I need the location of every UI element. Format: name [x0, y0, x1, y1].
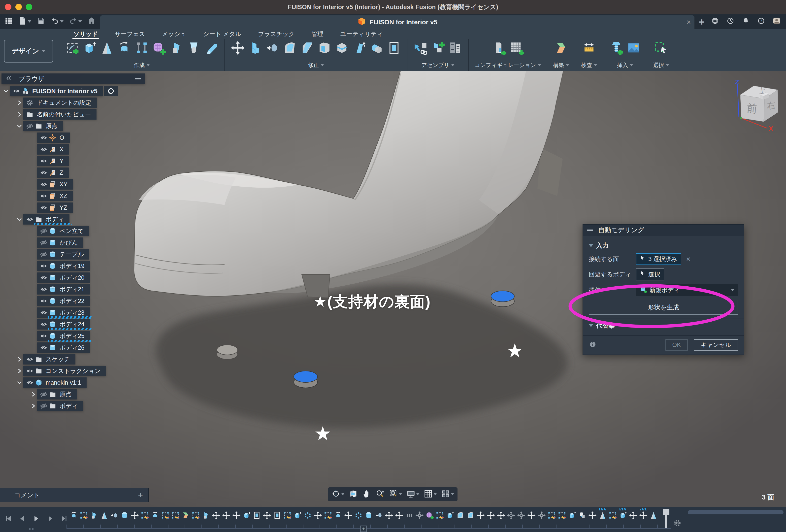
visibility-eye-icon[interactable] [39, 262, 48, 270]
tree-item[interactable]: Z [29, 167, 147, 178]
timeline-feature-move-icon[interactable] [263, 511, 271, 519]
workspace-switcher-button[interactable]: デザイン [4, 40, 53, 63]
globe-button[interactable] [711, 17, 719, 26]
visibility-eye-off-icon[interactable] [39, 239, 48, 247]
visibility-eye-icon[interactable] [39, 274, 48, 281]
avatar-button[interactable] [772, 17, 781, 26]
timeline-feature-move-icon[interactable] [639, 511, 648, 519]
timeline-feature-move-icon[interactable] [314, 511, 322, 519]
ribbon-tab-6[interactable]: 管理 [310, 29, 325, 39]
ribbon-tab-4[interactable]: シート メタル [202, 29, 242, 39]
select-button[interactable] [654, 41, 668, 56]
pb-prev-button[interactable] [18, 515, 26, 524]
pb-last-button[interactable] [60, 515, 68, 524]
pan-button[interactable] [362, 489, 371, 499]
close-window-button[interactable] [5, 4, 11, 10]
tree-item[interactable]: スケッチ [15, 354, 147, 365]
ribbon-group-label[interactable]: 挿入 [617, 62, 633, 69]
timeline-feature-boxframe-icon[interactable] [273, 511, 281, 519]
timeline-feature-sketch-icon[interactable] [141, 511, 149, 519]
timeline-scrollbar[interactable] [688, 510, 784, 514]
draft-button[interactable] [352, 41, 367, 56]
timeline-settings-gear-icon[interactable] [673, 518, 682, 529]
timeline-ruler[interactable] [67, 525, 671, 529]
home-button[interactable] [87, 17, 96, 26]
timeline-feature-sketch-icon[interactable] [324, 511, 332, 519]
viewports-button[interactable] [441, 489, 454, 499]
insert-button[interactable] [413, 41, 428, 56]
look-at-button[interactable] [349, 489, 358, 499]
dialog-header[interactable]: 自動モデリング [583, 225, 744, 236]
ribbon-group-label[interactable]: コンフィギュレーション [475, 62, 541, 69]
visibility-eye-off-icon[interactable] [39, 251, 48, 258]
expand-closed-icon[interactable] [29, 391, 37, 397]
timeline-feature-copy-icon[interactable] [578, 511, 586, 519]
timeline-feature-sketch-icon[interactable] [436, 511, 444, 519]
rail-button[interactable] [135, 41, 149, 56]
tree-item[interactable]: ドキュメントの設定 [15, 97, 147, 108]
visibility-eye-icon[interactable] [39, 146, 48, 153]
help-button[interactable]: ? [757, 17, 765, 26]
cancel-button[interactable]: キャンセル [694, 339, 738, 351]
add-comment-button[interactable]: + [138, 490, 143, 500]
bolt-button[interactable] [609, 41, 624, 56]
clear-selection-icon[interactable]: × [686, 255, 691, 263]
activate-component-radio[interactable] [104, 86, 118, 96]
timeline-feature-sketch-icon[interactable] [171, 511, 180, 519]
ribbon-tab-1[interactable]: ソリッド [72, 29, 99, 39]
timeline-feature-move-icon[interactable] [344, 511, 352, 519]
timeline-feature-dots-icon[interactable] [303, 511, 312, 519]
expand-closed-icon[interactable] [15, 100, 23, 106]
timeline-feature-move-icon[interactable] [487, 511, 495, 519]
tree-item[interactable]: コンストラクション [15, 366, 147, 376]
ribbon-group-label[interactable]: アセンブリ [421, 62, 455, 69]
timeline-feature-cone-icon[interactable] [100, 511, 109, 519]
tree-item[interactable]: YZ [29, 203, 147, 213]
bom-button[interactable] [448, 41, 462, 56]
timeline-feature-move-icon[interactable] [385, 511, 393, 519]
timeline-feature-extrude-icon[interactable] [293, 511, 302, 519]
timeline-feature-loft-icon[interactable] [90, 511, 98, 519]
combine-button[interactable] [369, 41, 384, 56]
timeline-feature-movebox-icon[interactable] [537, 511, 546, 519]
tree-item[interactable]: ボディ24 [29, 319, 147, 329]
ribbon-tab-7[interactable]: ユーティリティ [340, 29, 384, 39]
display-settings-button[interactable] [407, 489, 419, 499]
tree-item[interactable]: FUISON for Interior v5 [2, 86, 147, 96]
configuration-button[interactable] [492, 41, 506, 56]
tree-item[interactable]: ボディ26 [29, 342, 147, 353]
emboss-button[interactable] [187, 41, 201, 56]
expand-closed-icon[interactable] [15, 356, 23, 362]
pipe-button[interactable] [204, 41, 218, 56]
tree-item[interactable]: ボディ20 [29, 273, 147, 283]
tree-item[interactable]: ボディ25 [29, 331, 147, 341]
visibility-eye-icon[interactable] [39, 285, 48, 293]
visibility-eye-icon[interactable] [25, 379, 34, 386]
form-button[interactable] [152, 41, 166, 56]
timeline-feature-move-icon[interactable] [232, 511, 241, 519]
timeline-feature-boxframe-icon[interactable] [253, 511, 261, 519]
sweep-button[interactable] [117, 41, 132, 56]
boxframe-button[interactable] [387, 41, 401, 56]
redo-button[interactable] [69, 17, 82, 26]
expand-open-icon[interactable] [2, 88, 10, 94]
cone-button[interactable] [100, 41, 114, 56]
timeline-feature-move-icon[interactable] [131, 511, 139, 519]
timeline-feature-sketch-icon[interactable] [608, 511, 617, 519]
undo-button[interactable] [51, 17, 64, 26]
shell-button[interactable] [317, 41, 332, 56]
connect-faces-select-button[interactable]: 3 選択済み [636, 253, 681, 265]
visibility-eye-icon[interactable] [25, 367, 34, 375]
grid-snap-button[interactable] [424, 489, 437, 499]
ribbon-tab-2[interactable]: サーフェス [114, 29, 146, 39]
visibility-eye-icon[interactable] [39, 344, 48, 351]
timeline-feature-sketch-icon[interactable] [283, 511, 292, 519]
new-component-button[interactable] [431, 41, 445, 56]
timeline-feature-construct-plane-icon[interactable] [181, 511, 190, 519]
operation-dropdown[interactable]: 新規ボディ [636, 284, 738, 296]
timeline-feature-fillet-icon[interactable] [466, 511, 475, 519]
orbit-button[interactable] [331, 489, 344, 499]
tree-item[interactable]: ボディ22 [29, 296, 147, 306]
window-zoom-button[interactable] [389, 489, 402, 499]
tree-item[interactable]: ペン立て [29, 226, 147, 236]
